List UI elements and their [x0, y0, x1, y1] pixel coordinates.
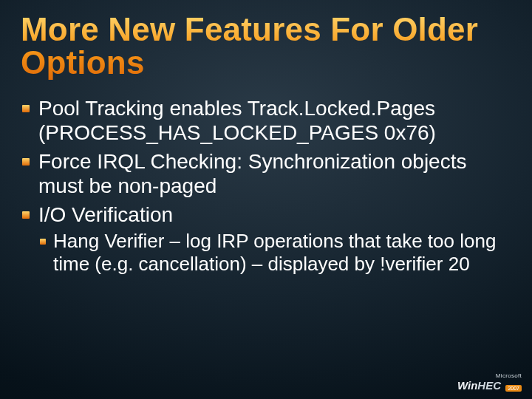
slide-title: More New Features For Older Options: [21, 13, 511, 80]
logo-year: 2007: [505, 385, 522, 392]
logo-product-win: Win: [457, 379, 477, 392]
sub-bullet-list: Hang Verifier – log IRP operations that …: [38, 230, 511, 275]
bullet-list: Pool Tracking enables Track.Locked.Pages…: [21, 96, 511, 276]
bullet-text: Pool Tracking enables Track.Locked.Pages…: [38, 97, 436, 144]
bullet-text: Force IRQL Checking: Synchronization obj…: [38, 150, 466, 197]
sub-bullet-text: Hang Verifier – log IRP operations that …: [53, 230, 496, 275]
bullet-item: I/O Verification Hang Verifier – log IRP…: [38, 202, 511, 275]
bullet-item: Force IRQL Checking: Synchronization obj…: [38, 149, 511, 198]
winhec-logo: Microsoft WinHEC 2007: [457, 373, 522, 392]
logo-vendor: Microsoft: [457, 373, 522, 379]
slide: More New Features For Older Options Pool…: [0, 0, 532, 399]
logo-product: WinHEC: [457, 380, 501, 391]
bullet-item: Pool Tracking enables Track.Locked.Pages…: [38, 96, 511, 145]
sub-bullet-item: Hang Verifier – log IRP operations that …: [53, 230, 511, 275]
bullet-text: I/O Verification: [38, 203, 173, 226]
logo-product-hec: HEC: [477, 379, 501, 392]
